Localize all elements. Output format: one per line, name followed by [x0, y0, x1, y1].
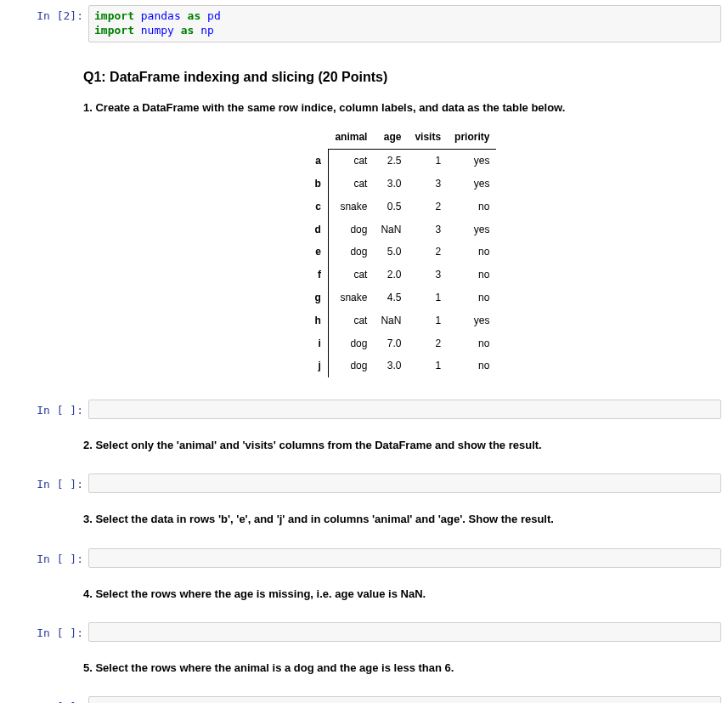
table-cell: no [448, 264, 496, 286]
dataframe-table: animal age visits priority acat2.51yesbc… [308, 126, 497, 377]
table-cell: 3 [408, 264, 448, 286]
table-cell: no [448, 286, 496, 309]
row-index: h [308, 309, 329, 332]
table-cell: 1 [408, 150, 448, 173]
table-cell: 2 [408, 196, 448, 218]
prompt-spacer [7, 48, 83, 394]
code-input[interactable] [88, 622, 721, 642]
markdown-cell: 2. Select only the 'animal' and 'visits'… [7, 424, 721, 468]
row-index: j [308, 354, 329, 377]
code-cell: In [ ]: [7, 400, 721, 419]
code-cell: In [2]: import pandas as pd import numpy… [7, 5, 721, 43]
table-cell: cat [328, 264, 374, 286]
table-row: hcatNaN1yes [308, 309, 497, 332]
table-cell: no [448, 241, 496, 264]
table-cell: 2.0 [374, 264, 408, 286]
code-input[interactable] [88, 548, 721, 568]
question-text: 3. Select the data in rows 'b', 'e', and… [83, 512, 721, 527]
markdown-cell: 5. Select the rows where the animal is a… [7, 647, 721, 691]
code-input[interactable] [88, 473, 721, 493]
table-row: bcat3.03yes [308, 173, 497, 196]
prompt-spacer [7, 498, 83, 542]
table-row: idog7.02no [308, 332, 497, 355]
table-cell: snake [328, 196, 374, 218]
code-cell: In [ ]: [7, 622, 721, 642]
table-row: edog5.02no [308, 241, 497, 264]
col-header: priority [448, 126, 496, 149]
code-cell: In [ ]: [7, 473, 721, 493]
markdown-cell: 4. Select the rows where the age is miss… [7, 573, 721, 617]
code-input[interactable] [88, 400, 721, 419]
notebook: In [2]: import pandas as pd import numpy… [0, 0, 728, 703]
table-corner [308, 126, 329, 149]
table-cell: 1 [408, 286, 448, 309]
table-cell: 4.5 [374, 286, 408, 309]
row-index: c [308, 196, 329, 218]
table-cell: yes [448, 218, 496, 241]
question-text: 1. Create a DataFrame with the same row … [83, 100, 721, 116]
table-cell: NaN [374, 218, 408, 241]
code-input[interactable]: import pandas as pd import numpy as np [88, 5, 721, 43]
table-cell: 3 [408, 218, 448, 241]
section-heading: Q1: DataFrame indexing and slicing (20 P… [83, 68, 721, 87]
table-cell: 5.0 [374, 241, 408, 264]
input-prompt: In [ ]: [7, 696, 88, 703]
table-cell: 1 [408, 309, 448, 332]
table-row: csnake0.52no [308, 196, 497, 218]
markdown-body: 2. Select only the 'animal' and 'visits'… [83, 424, 721, 468]
table-row: ddogNaN3yes [308, 218, 497, 241]
table-cell: dog [328, 218, 374, 241]
question-text: 5. Select the rows where the animal is a… [83, 660, 721, 676]
table-cell: 3 [408, 173, 448, 196]
table-cell: yes [448, 309, 496, 332]
table-cell: yes [448, 173, 496, 196]
input-prompt: In [ ]: [7, 473, 88, 493]
code-input[interactable] [88, 696, 721, 703]
input-prompt: In [2]: [7, 5, 88, 43]
table-cell: 2.5 [374, 150, 408, 173]
row-index: f [308, 264, 329, 286]
question-text: 4. Select the rows where the age is miss… [83, 587, 721, 602]
row-index: d [308, 218, 329, 241]
table-cell: no [448, 332, 496, 355]
table-row: gsnake4.51no [308, 286, 497, 309]
input-prompt: In [ ]: [7, 622, 88, 642]
table-cell: cat [328, 173, 374, 196]
row-index: b [308, 173, 329, 196]
prompt-spacer [7, 573, 83, 617]
row-index: e [308, 241, 329, 264]
table-cell: yes [448, 150, 496, 173]
table-cell: dog [328, 241, 374, 264]
prompt-spacer [7, 647, 83, 691]
markdown-body: Q1: DataFrame indexing and slicing (20 P… [83, 48, 721, 394]
table-row: fcat2.03no [308, 264, 497, 286]
input-prompt: In [ ]: [7, 400, 88, 419]
col-header: animal [328, 126, 374, 149]
table-cell: dog [328, 332, 374, 355]
code-cell: In [ ]: [7, 548, 721, 568]
table-row: jdog3.01no [308, 354, 497, 377]
table-row: acat2.51yes [308, 150, 497, 173]
markdown-cell: Q1: DataFrame indexing and slicing (20 P… [7, 48, 721, 394]
question-text: 2. Select only the 'animal' and 'visits'… [83, 438, 721, 453]
markdown-body: 4. Select the rows where the age is miss… [83, 573, 721, 617]
table-cell: snake [328, 286, 374, 309]
row-index: a [308, 150, 329, 173]
table-cell: cat [328, 309, 374, 332]
markdown-body: 5. Select the rows where the animal is a… [83, 647, 721, 691]
prompt-spacer [7, 424, 83, 468]
row-index: g [308, 286, 329, 309]
table-cell: 1 [408, 354, 448, 377]
markdown-body: 3. Select the data in rows 'b', 'e', and… [83, 498, 721, 542]
table-cell: no [448, 196, 496, 218]
table-cell: 3.0 [374, 173, 408, 196]
table-cell: NaN [374, 309, 408, 332]
markdown-cell: 3. Select the data in rows 'b', 'e', and… [7, 498, 721, 542]
table-cell: no [448, 354, 496, 377]
table-cell: 2 [408, 241, 448, 264]
table-cell: 0.5 [374, 196, 408, 218]
table-cell: dog [328, 354, 374, 377]
code-cell: In [ ]: [7, 696, 721, 703]
col-header: age [374, 126, 408, 149]
input-prompt: In [ ]: [7, 548, 88, 568]
